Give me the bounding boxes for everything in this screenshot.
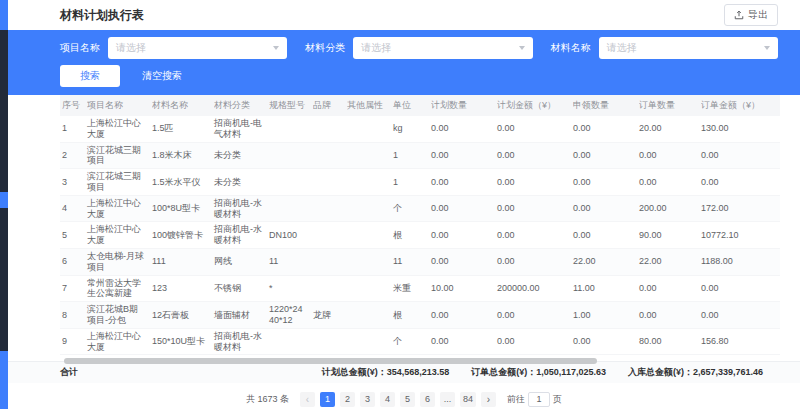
table-cell: 太仓电梯-月球项目 [87, 248, 152, 275]
table-cell: 200000.00 [497, 275, 573, 302]
table-cell: 根 [393, 302, 431, 329]
table-cell: 0.00 [497, 116, 573, 142]
clear-search-link[interactable]: 清空搜索 [142, 69, 182, 83]
filter-actions: 搜索 清空搜索 [60, 65, 778, 87]
material-category-select[interactable]: 请选择 [353, 37, 532, 59]
pagination: 共 1673 条 ‹ 123456...84 › 前往 页 [8, 383, 800, 409]
table-cell: 1.5匹 [152, 116, 214, 142]
table-cell: 0.00 [431, 248, 497, 275]
table-header-row: 序号项目名称材料名称材料分类规格型号品牌其他属性单位计划数量计划金额（¥）申领数… [60, 95, 780, 116]
table-row[interactable]: 3滨江花城三期项目1.5米水平仪未分类10.000.000.000.000.00 [60, 169, 780, 196]
table-cell: 招商机电-水暖材料 [214, 222, 269, 249]
table-cell: 招商机电-电气材料 [214, 116, 269, 142]
table-cell: 未分类 [214, 169, 269, 196]
summary-item: 计划总金额(¥)：354,568,213.58 [322, 366, 450, 379]
table-row[interactable]: 7常州雷达大学生公寓新建123不锈钢*米重10.00200000.0011.00… [60, 275, 780, 302]
table-cell: 0.00 [431, 195, 497, 222]
table-cell: 0.00 [639, 302, 701, 329]
table-cell: * [269, 275, 313, 302]
goto-suffix: 页 [553, 393, 562, 406]
filter-bar: 项目名称 请选择 材料分类 请选择 材料名称 请选择 [8, 30, 800, 95]
table-cell: 0.00 [431, 169, 497, 196]
table-row[interactable]: 8滨江花城B期项目-分包12石膏板墙面辅材1220*2440*12龙牌根0.00… [60, 302, 780, 329]
table-cell: 个 [393, 195, 431, 222]
table-cell: 滨江花城三期项目 [87, 142, 152, 169]
table-cell: 0.00 [639, 142, 701, 169]
sidebar-toggle[interactable] [0, 192, 8, 208]
table-cell: 0.00 [497, 195, 573, 222]
table-cell: 0.00 [573, 222, 639, 249]
goto-page: 前往 页 [507, 392, 562, 407]
prev-page-button[interactable]: ‹ [300, 392, 315, 407]
table-card: 序号项目名称材料名称材料分类规格型号品牌其他属性单位计划数量计划金额（¥）申领数… [8, 95, 800, 409]
export-button[interactable]: 导出 [724, 4, 778, 26]
page-button[interactable]: 3 [360, 392, 375, 407]
table-cell: 11 [393, 248, 431, 275]
next-page-button[interactable]: › [481, 392, 496, 407]
table-cell: 1 [393, 142, 431, 169]
table-cell [313, 116, 347, 142]
table-cell: 9 [60, 328, 87, 355]
scrollbar-thumb[interactable] [64, 358, 597, 364]
table-cell: 不锈钢 [214, 275, 269, 302]
table-cell: 0.00 [573, 169, 639, 196]
filter-field-project: 项目名称 请选择 [60, 37, 287, 59]
table-row[interactable]: 4上海松江中心大厦100*8U型卡招商机电-水暖材料个0.000.000.002… [60, 195, 780, 222]
table-cell: 滨江花城三期项目 [87, 169, 152, 196]
page-button[interactable]: 84 [460, 392, 476, 407]
column-header: 其他属性 [347, 95, 393, 116]
filter-label: 材料名称 [551, 41, 591, 55]
table-cell: 123 [152, 275, 214, 302]
table-cell: 0.00 [701, 142, 780, 169]
table-cell [347, 328, 393, 355]
project-name-select[interactable]: 请选择 [108, 37, 287, 59]
table-cell [347, 142, 393, 169]
table-wrap: 序号项目名称材料名称材料分类规格型号品牌其他属性单位计划数量计划金额（¥）申领数… [8, 95, 800, 355]
table-cell [313, 248, 347, 275]
page-list: 123456...84 [320, 392, 476, 407]
table-cell: 7 [60, 275, 87, 302]
page-button[interactable]: 2 [340, 392, 355, 407]
table-row[interactable]: 2滨江花城三期项目1.8米木床未分类10.000.000.000.000.00 [60, 142, 780, 169]
table-cell [347, 222, 393, 249]
column-header: 项目名称 [87, 95, 152, 116]
page-button[interactable]: 5 [400, 392, 415, 407]
table-cell: 常州雷达大学生公寓新建 [87, 275, 152, 302]
table-row[interactable]: 6太仓电梯-月球项目111网线11110.000.0022.0022.00118… [60, 248, 780, 275]
table-row[interactable]: 9上海松江中心大厦150*10U型卡招商机电-水暖材料个0.000.000.00… [60, 328, 780, 355]
table-cell: 0.00 [497, 169, 573, 196]
table-cell: 滨江花城B期项目-分包 [87, 302, 152, 329]
table-cell: 3 [60, 169, 87, 196]
table-cell: 未分类 [214, 142, 269, 169]
page-button[interactable]: 1 [320, 392, 335, 407]
main-panel: 材料计划执行表 导出 项目名称 请选择 材料分类 请选择 [8, 0, 800, 409]
column-header: 订单金额（¥） [701, 95, 780, 116]
summary-items: 计划总金额(¥)：354,568,213.58订单总金额(¥)：1,050,11… [322, 366, 763, 379]
table-cell: 100镀锌管卡 [152, 222, 214, 249]
goto-prefix: 前往 [507, 393, 525, 406]
table-cell [347, 275, 393, 302]
table-cell [347, 116, 393, 142]
table-cell: 米重 [393, 275, 431, 302]
table-cell: 上海松江中心大厦 [87, 328, 152, 355]
goto-page-input[interactable] [528, 392, 550, 407]
page-button[interactable]: 4 [380, 392, 395, 407]
page-ellipsis[interactable]: ... [440, 392, 455, 407]
table-cell: 1.5米水平仪 [152, 169, 214, 196]
table-row[interactable]: 1上海松江中心大厦1.5匹招商机电-电气材料kg0.000.000.0020.0… [60, 116, 780, 142]
table-row[interactable]: 5上海松江中心大厦100镀锌管卡招商机电-水暖材料DN100根0.000.000… [60, 222, 780, 249]
chevron-down-icon [519, 46, 525, 50]
table-body: 1上海松江中心大厦1.5匹招商机电-电气材料kg0.000.000.0020.0… [60, 116, 780, 355]
filter-row: 项目名称 请选择 材料分类 请选择 材料名称 请选择 [60, 37, 778, 59]
material-name-select[interactable]: 请选择 [599, 37, 778, 59]
table-cell [313, 142, 347, 169]
table-cell: 10772.10 [701, 222, 780, 249]
search-button[interactable]: 搜索 [60, 65, 120, 87]
export-icon [734, 10, 744, 20]
column-header: 申领数量 [573, 95, 639, 116]
chevron-down-icon [273, 46, 279, 50]
page-button[interactable]: 6 [420, 392, 435, 407]
table-cell: 0.00 [497, 222, 573, 249]
table-cell: 20.00 [639, 116, 701, 142]
table-cell: 22.00 [639, 248, 701, 275]
